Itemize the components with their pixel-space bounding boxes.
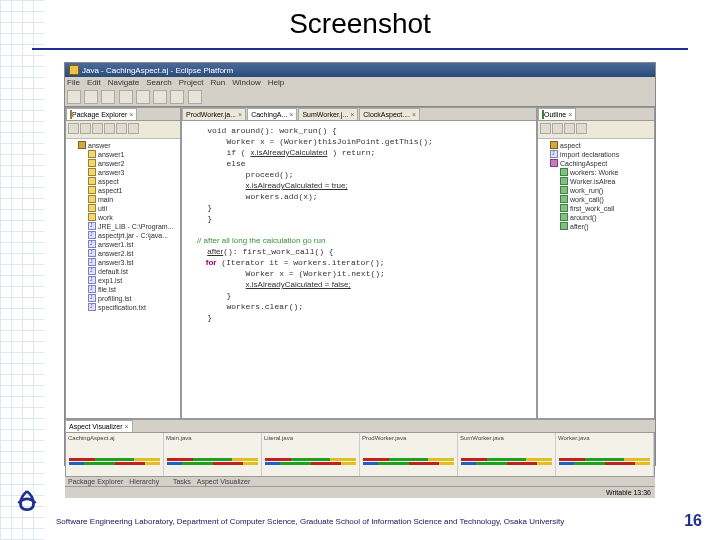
menu-project[interactable]: Project — [179, 78, 204, 87]
visualizer-col-label: Literal.java — [264, 435, 357, 441]
tree-node[interactable]: profiling.lst — [68, 294, 178, 303]
menu-file[interactable]: File — [67, 78, 80, 87]
bottom-tab[interactable]: Hierarchy — [129, 478, 159, 485]
meth-icon — [560, 177, 568, 185]
visualizer-column[interactable]: Main.java — [164, 433, 262, 476]
tree-node[interactable]: aspect1 — [68, 186, 178, 195]
editor-tab[interactable]: ProdWorker.ja...× — [182, 108, 246, 120]
ext-tools-button[interactable] — [170, 90, 184, 104]
bottom-tab[interactable]: Tasks — [173, 478, 191, 485]
outline-tree[interactable]: aspectimport declarationsCachingAspectwo… — [538, 139, 654, 418]
menu-run[interactable]: Run — [211, 78, 226, 87]
jfile-icon — [550, 150, 558, 158]
explorer-toolbar[interactable] — [66, 121, 180, 139]
tree-node[interactable]: CachingAspect — [540, 159, 652, 168]
close-icon[interactable]: × — [125, 423, 129, 430]
menu-navigate[interactable]: Navigate — [108, 78, 140, 87]
tree-node[interactable]: JRE_LIB - C:\Program... — [68, 222, 178, 231]
tree-node[interactable]: answer3 — [68, 168, 178, 177]
close-icon[interactable]: × — [412, 111, 416, 118]
visualizer-column[interactable]: SumWorker.java — [458, 433, 556, 476]
menu-help[interactable]: Help — [268, 78, 284, 87]
hide-static-button[interactable] — [564, 123, 575, 134]
tree-node[interactable]: exp1.lst — [68, 276, 178, 285]
run-button[interactable] — [153, 90, 167, 104]
debug-button[interactable] — [136, 90, 150, 104]
print-button[interactable] — [101, 90, 115, 104]
node-label: answer2 — [98, 160, 124, 167]
tree-node[interactable]: first_work_call — [540, 204, 652, 213]
visualizer-column[interactable]: Worker.java — [556, 433, 654, 476]
tree-node[interactable]: main — [68, 195, 178, 204]
tree-node[interactable]: work_call() — [540, 195, 652, 204]
hide-fields-button[interactable] — [552, 123, 563, 134]
fld-icon — [88, 177, 96, 185]
fwd-button[interactable] — [80, 123, 91, 134]
tree-node[interactable]: after() — [540, 222, 652, 231]
sort-button[interactable] — [540, 123, 551, 134]
bottom-tab[interactable]: Package Explorer — [68, 478, 123, 485]
collapse-button[interactable] — [104, 123, 115, 134]
editor-tabs[interactable]: ProdWorker.ja...×CachingA...×SumWorker.j… — [182, 108, 536, 121]
close-icon[interactable]: × — [350, 111, 354, 118]
tree-node[interactable]: import declarations — [540, 150, 652, 159]
save-button[interactable] — [84, 90, 98, 104]
close-icon[interactable]: × — [289, 111, 293, 118]
tree-node[interactable]: Worker.isAlrea — [540, 177, 652, 186]
menu-edit[interactable]: Edit — [87, 78, 101, 87]
menubar[interactable]: FileEditNavigateSearchProjectRunWindowHe… — [65, 77, 655, 88]
tree-node[interactable]: default.lst — [68, 267, 178, 276]
tree-node[interactable]: answer1 — [68, 150, 178, 159]
menu-search[interactable]: Search — [146, 78, 171, 87]
tree-node[interactable]: specification.txt — [68, 303, 178, 312]
tree-node[interactable]: util — [68, 204, 178, 213]
tree-node[interactable]: answer2.lst — [68, 249, 178, 258]
university-logo — [14, 488, 40, 514]
visualizer-column[interactable]: CachingAspect.aj — [66, 433, 164, 476]
package-explorer-tab[interactable]: Package Explorer× — [66, 108, 137, 120]
editor-tab[interactable]: CachingA...× — [247, 108, 297, 120]
close-icon[interactable]: × — [129, 111, 133, 118]
tree-node[interactable]: answer — [68, 141, 178, 150]
tree-node[interactable]: answer2 — [68, 159, 178, 168]
tree-node[interactable]: answer1.lst — [68, 240, 178, 249]
menu-window[interactable]: Window — [232, 78, 260, 87]
hide-nonpublic-button[interactable] — [576, 123, 587, 134]
back-button[interactable] — [68, 123, 79, 134]
search-button[interactable] — [188, 90, 202, 104]
meth-icon — [560, 168, 568, 176]
visualizer-column[interactable]: ProdWorker.java — [360, 433, 458, 476]
tree-node[interactable]: aspect — [540, 141, 652, 150]
tree-node[interactable]: work_run() — [540, 186, 652, 195]
tree-node[interactable]: aspectjrt.jar - C:\java... — [68, 231, 178, 240]
aspect-visualizer[interactable]: CachingAspect.ajMain.javaLiteral.javaPro… — [65, 432, 655, 477]
node-label: work_run() — [570, 187, 603, 194]
editor-tab[interactable]: SumWorker.j...× — [298, 108, 358, 120]
new-button[interactable] — [67, 90, 81, 104]
visualizer-column[interactable]: Literal.java — [262, 433, 360, 476]
node-label: answer3.lst — [98, 259, 133, 266]
tree-node[interactable]: workers: Worke — [540, 168, 652, 177]
aspect-visualizer-tab[interactable]: Aspect Visualizer× — [65, 420, 133, 432]
tree-node[interactable]: around() — [540, 213, 652, 222]
tree-node[interactable]: file.lst — [68, 285, 178, 294]
bottom-tab[interactable]: Aspect Visualizer — [197, 478, 251, 485]
close-icon[interactable]: × — [568, 111, 572, 118]
tree-node[interactable]: answer3.lst — [68, 258, 178, 267]
package-tree[interactable]: answeranswer1answer2answer3aspectaspect1… — [66, 139, 180, 418]
code-editor[interactable]: void around(): work_run() { Worker x = (… — [182, 121, 536, 418]
window-title: Java - CachingAspect.aj - Eclipse Platfo… — [82, 66, 233, 75]
editor-tab[interactable]: ClockAspect....× — [359, 108, 420, 120]
up-button[interactable] — [92, 123, 103, 134]
package-explorer-pane: Package Explorer× answeranswer1answer2an… — [65, 107, 181, 419]
build-button[interactable] — [119, 90, 133, 104]
tree-node[interactable]: work — [68, 213, 178, 222]
left-bottom-tabs[interactable]: Package ExplorerHierarchy TasksAspect Vi… — [65, 477, 655, 486]
menu-button[interactable] — [128, 123, 139, 134]
outline-tab[interactable]: Outline× — [538, 108, 576, 120]
link-button[interactable] — [116, 123, 127, 134]
main-toolbar[interactable] — [65, 88, 655, 107]
close-icon[interactable]: × — [238, 111, 242, 118]
outline-toolbar[interactable] — [538, 121, 654, 139]
tree-node[interactable]: aspect — [68, 177, 178, 186]
